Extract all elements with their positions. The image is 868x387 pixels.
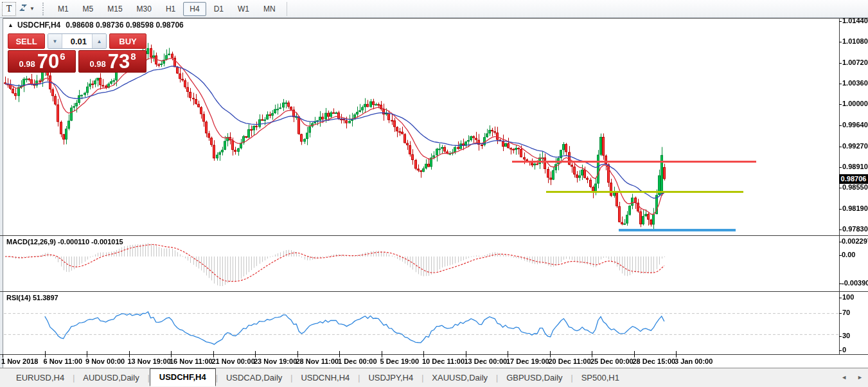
axis-tick	[839, 147, 842, 147]
one-click-trading-panel: SELL ▼ 0.01 ▲ BUY 0.98 70 6 0.98 73 8	[8, 33, 146, 73]
buy-price-pips: 73	[108, 52, 130, 71]
volume-increase-button[interactable]: ▲	[93, 34, 106, 48]
sell-button[interactable]: SELL	[8, 33, 45, 49]
axis-tick	[839, 42, 842, 42]
tab-gbpusd-daily[interactable]: GBPUSD,Daily	[498, 370, 571, 386]
price-axis-tick-label: 0.98910	[842, 163, 868, 170]
time-axis-label: 9 Nov 00:00	[85, 357, 125, 365]
axis-tick	[839, 313, 842, 314]
chart-tab-bar: EURUSD,H4|AUDUSD,Daily|USDCHF,H4|USDCAD,…	[0, 368, 868, 387]
price-axis-tick-label: 0.98190	[842, 204, 868, 212]
axis-tick	[839, 188, 842, 188]
price-axis-tick-label: 1.00720	[842, 59, 868, 66]
macd-axis-tick-label: 0.00	[842, 251, 855, 258]
ohlc-values: 0.98608 0.98736 0.98598 0.98706	[66, 21, 184, 30]
time-axis-label: 13 Nov 19:00	[128, 357, 171, 365]
tab-scroll-buttons: ◄ ►	[841, 374, 863, 381]
price-axis-tick-label: 1.00000	[842, 100, 868, 107]
time-axis-label: 21 Nov 00:00	[212, 357, 255, 365]
axis-tick	[839, 84, 842, 84]
time-axis-label: 3 Jan 00:00	[675, 357, 713, 365]
axis-tick	[839, 298, 842, 298]
buy-button[interactable]: BUY	[109, 33, 146, 49]
mt4-window: T ▼ M1M5M15M30H1H4D1W1MN ▲USDCHF,H40.986…	[0, 0, 868, 387]
axis-tick	[839, 230, 842, 230]
tab-usdcnh-h4[interactable]: USDCNH,H4	[292, 370, 358, 386]
tab-usdcad-daily[interactable]: USDCAD,Daily	[218, 370, 290, 386]
window-left-frame	[0, 18, 3, 368]
rsi-axis-tick-label: 30	[842, 332, 850, 339]
sell-price-button[interactable]: 0.98 70 6	[8, 50, 76, 73]
axis-tick	[839, 336, 842, 337]
axis-tick	[839, 209, 842, 210]
time-axis-label: 5 Dec 19:00	[380, 357, 420, 365]
price-axis-tick-label: 0.97830	[842, 225, 868, 233]
tab-usdjpy-h4[interactable]: USDJPY,H4	[360, 370, 421, 386]
symbol-period-label: USDCHF,H4	[17, 21, 60, 30]
price-axis-border	[839, 19, 840, 354]
sell-price-pips: 70	[37, 52, 59, 71]
time-axis-label: 23 Nov 19:00	[254, 357, 297, 365]
axis-tick	[839, 104, 842, 105]
time-axis-label: 1 Dec 00:00	[338, 357, 377, 365]
time-axis-label: 25 Dec 00:00	[590, 357, 633, 365]
panel-separator[interactable]	[0, 235, 868, 236]
time-axis-label: 13 Dec 00:00	[465, 357, 508, 365]
axis-tick	[839, 350, 842, 351]
axis-tick	[839, 125, 842, 126]
volume-decrease-button[interactable]: ▼	[48, 34, 62, 48]
rsi-label: RSI(14) 51.3897	[6, 294, 58, 302]
tab-usdchf-h4[interactable]: USDCHF,H4	[150, 368, 216, 386]
time-axis-label: 17 Dec 19:00	[506, 357, 549, 365]
volume-input[interactable]: 0.01	[62, 34, 93, 48]
macd-axis-tick-label: -0.003904	[842, 279, 868, 287]
price-axis-tick-label: 0.99640	[842, 121, 868, 129]
panel-separator[interactable]	[0, 291, 868, 292]
tab-scroll-left-icon[interactable]: ◄	[841, 374, 847, 381]
tab-sp500-h1[interactable]: SP500,H1	[573, 370, 628, 386]
price-axis-tick-label: 1.00360	[842, 79, 868, 87]
volume-stepper: ▼ 0.01 ▲	[48, 33, 107, 49]
tab-scroll-right-icon[interactable]: ►	[857, 374, 863, 381]
collapse-chart-icon[interactable]: ▲	[8, 22, 13, 28]
tab-eurusd-h4[interactable]: EURUSD,H4	[8, 370, 73, 386]
macd-label: MACD(12,26,9) -0.000110 -0.001015	[6, 238, 123, 246]
axis-tick	[839, 21, 842, 22]
time-axis-label: 10 Dec 11:00	[422, 357, 465, 365]
rsi-axis-tick-label: 0	[842, 346, 846, 354]
tab-audusd-daily[interactable]: AUDUSD,Daily	[75, 370, 147, 386]
axis-tick	[839, 167, 842, 168]
time-axis-label: 6 Nov 11:00	[44, 357, 83, 365]
current-price-tag: 0.98706	[839, 174, 868, 184]
price-axis-tick-label: 0.98550	[842, 183, 868, 191]
buy-price-point: 8	[130, 51, 136, 62]
chart-title: ▲USDCHF,H40.98608 0.98736 0.98598 0.9870…	[8, 21, 184, 30]
price-axis-tick-label: 1.01440	[842, 17, 868, 24]
panel-separator	[0, 354, 868, 355]
price-axis-tick-label: 1.01080	[842, 37, 868, 45]
time-axis-label: 16 Nov 11:00	[170, 357, 213, 365]
time-axis-label: 28 Dec 15:00	[633, 357, 676, 365]
macd-axis-tick-label: 0.002297	[842, 237, 868, 245]
time-axis-label: 20 Dec 11:00	[549, 357, 591, 365]
time-axis-label: 1 Nov 2018	[1, 357, 38, 365]
buy-price-prefix: 0.98	[89, 59, 105, 69]
tab-xauusd-daily[interactable]: XAUUSD,Daily	[423, 370, 496, 386]
sell-price-prefix: 0.98	[19, 59, 35, 69]
buy-price-button[interactable]: 0.98 73 8	[78, 50, 146, 73]
rsi-axis-tick-label: 100	[842, 293, 854, 301]
sell-price-point: 6	[60, 51, 65, 62]
rsi-axis-tick-label: 70	[842, 309, 850, 316]
price-axis-tick-label: 0.99270	[842, 142, 868, 150]
time-axis-label: 28 Nov 11:00	[296, 357, 339, 365]
axis-tick	[839, 63, 842, 64]
